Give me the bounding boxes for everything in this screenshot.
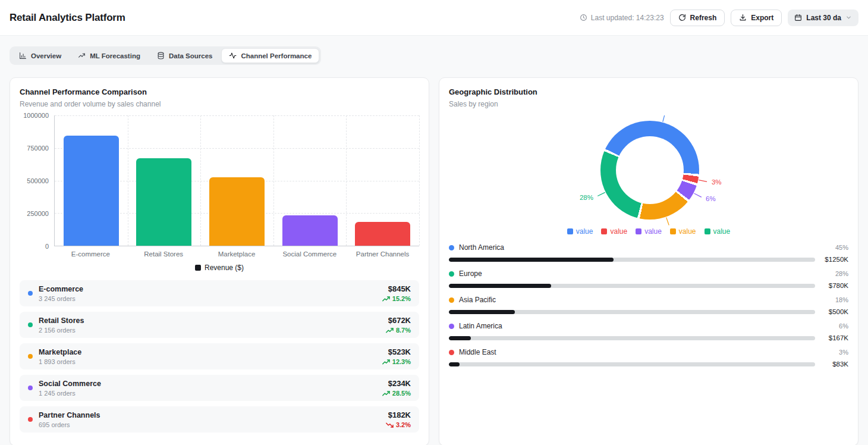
- region-progress-row: $83K: [449, 361, 848, 368]
- channel-color-dot: [28, 322, 33, 327]
- trending-up-icon: [382, 391, 390, 396]
- trend-percent: 12.3%: [392, 358, 411, 365]
- channel-name: Retail Stores: [39, 316, 84, 325]
- x-axis-label: Social Commerce: [273, 250, 346, 258]
- card-title: Channel Performance Comparison: [20, 87, 419, 96]
- donut-legend-item-north-america: value: [567, 227, 593, 236]
- donut-leader-lines: [449, 115, 848, 225]
- legend-label: Revenue ($): [205, 264, 244, 272]
- x-axis-label: E-commerce: [54, 250, 127, 258]
- activity-icon: [229, 52, 237, 59]
- channel-value: $182K: [386, 410, 411, 419]
- region-row-latin-america: Latin America6%$167K: [449, 322, 848, 341]
- channel-color-dot: [28, 386, 33, 390]
- channel-row-left: Social Commerce1 245 orders: [28, 380, 101, 397]
- region-progress-fill: [449, 310, 515, 314]
- channel-name: Social Commerce: [39, 380, 101, 388]
- channel-color-dot: [28, 417, 33, 422]
- region-row-top: Asia Pacific18%: [449, 296, 848, 304]
- tab-ml-forecasting[interactable]: ML Forecasting: [70, 48, 148, 63]
- region-label: Latin America: [449, 322, 502, 330]
- last-updated-text: Last updated: 14:23:23: [591, 14, 664, 22]
- channel-color-dot: [28, 291, 33, 296]
- card-title: Geographic Distribution: [449, 87, 848, 96]
- trending-up-icon: [382, 296, 390, 302]
- bar-chart-legend: Revenue ($): [20, 264, 419, 272]
- bar-series: [55, 115, 419, 246]
- donut-pct-label-europe: 28%: [580, 194, 593, 201]
- database-icon: [157, 52, 165, 59]
- export-button[interactable]: Export: [731, 10, 782, 26]
- region-percent: 18%: [835, 296, 848, 303]
- channel-text: Retail Stores2 156 orders: [39, 316, 84, 334]
- region-amount: $1250K: [821, 256, 848, 263]
- legend-label: value: [713, 227, 731, 236]
- channel-row-right: $672K8.7%: [386, 316, 411, 334]
- channel-row-marketplace: Marketplace1 893 orders$523K12.3%: [20, 343, 419, 369]
- trending-up-icon: [386, 328, 394, 333]
- region-percent: 45%: [835, 244, 848, 251]
- channel-name: E-commerce: [39, 285, 83, 293]
- y-tick-label: 0: [45, 243, 49, 250]
- channel-orders: 1 893 orders: [39, 358, 81, 365]
- legend-swatch: [636, 228, 641, 234]
- region-row-top: Middle East3%: [449, 348, 848, 356]
- tab-data-sources[interactable]: Data Sources: [149, 48, 221, 63]
- tab-channel-performance[interactable]: Channel Performance: [221, 48, 319, 63]
- legend-label: value: [576, 227, 593, 236]
- channel-value: $672K: [386, 316, 411, 325]
- bar-slot-partner-channels: [346, 115, 419, 246]
- revenue-bar-chart: 02500005000007500001000000: [20, 115, 419, 246]
- region-percent: 3%: [839, 349, 848, 356]
- channel-row-right: $523K12.3%: [382, 347, 411, 365]
- tab-overview[interactable]: Overview: [11, 48, 69, 63]
- region-label: North America: [449, 243, 504, 252]
- region-percent: 6%: [839, 322, 848, 330]
- legend-swatch: [601, 228, 607, 234]
- date-range-select[interactable]: Last 30 da: [788, 10, 858, 26]
- channel-trend: 12.3%: [382, 358, 411, 365]
- region-amount: $83K: [821, 361, 848, 368]
- y-tick-label: 500000: [27, 177, 49, 184]
- trend-percent: 3.2%: [396, 421, 411, 428]
- channel-text: Partner Channels695 orders: [39, 411, 100, 428]
- refresh-button[interactable]: Refresh: [670, 10, 725, 26]
- region-label: Asia Pacific: [449, 296, 496, 304]
- region-row-middle-east: Middle East3%$83K: [449, 348, 848, 368]
- legend-label: value: [644, 227, 662, 236]
- region-progress-track: [449, 362, 815, 366]
- region-progress-fill: [449, 258, 614, 262]
- bar-retail-stores: [136, 158, 191, 246]
- channel-orders: 695 orders: [39, 421, 100, 428]
- legend-swatch: [705, 228, 710, 234]
- legend-label: value: [610, 227, 627, 236]
- region-percent: 28%: [835, 270, 848, 277]
- bar-plot-area: [54, 115, 419, 246]
- region-row-asia-pacific: Asia Pacific18%$500K: [449, 296, 848, 315]
- donut-pct-label-latin-america: 6%: [706, 195, 716, 202]
- tab-bar: Overview ML Forecasting Data Sources Cha…: [10, 46, 321, 65]
- channel-trend: 3.2%: [386, 421, 411, 428]
- region-progress-track: [449, 336, 815, 340]
- channel-text: E-commerce3 245 orders: [39, 285, 83, 302]
- region-label: Europe: [449, 269, 482, 278]
- geographic-distribution-card: Geographic Distribution Sales by region …: [439, 77, 858, 445]
- region-progress-fill: [449, 284, 551, 288]
- channel-row-social-commerce: Social Commerce1 245 orders$234K28.5%: [20, 375, 419, 401]
- donut-chart-area: 45%3%6%18%28%: [449, 115, 848, 225]
- region-row-north-america: North America45%$1250K: [449, 243, 848, 263]
- channel-color-dot: [28, 354, 33, 359]
- region-progress-row: $500K: [449, 308, 848, 315]
- channel-row-right: $182K3.2%: [386, 410, 411, 428]
- legend-swatch: [195, 265, 201, 271]
- region-progress-fill: [449, 336, 471, 340]
- channel-name: Marketplace: [39, 348, 81, 356]
- region-row-top: North America45%: [449, 243, 848, 252]
- region-name: Europe: [459, 269, 482, 278]
- region-color-dot: [449, 350, 454, 355]
- legend-label: value: [679, 227, 696, 236]
- donut-legend-item-europe: value: [705, 227, 731, 236]
- channel-text: Marketplace1 893 orders: [39, 348, 81, 365]
- trending-up-icon: [382, 359, 390, 365]
- gridline-vertical: [419, 115, 420, 246]
